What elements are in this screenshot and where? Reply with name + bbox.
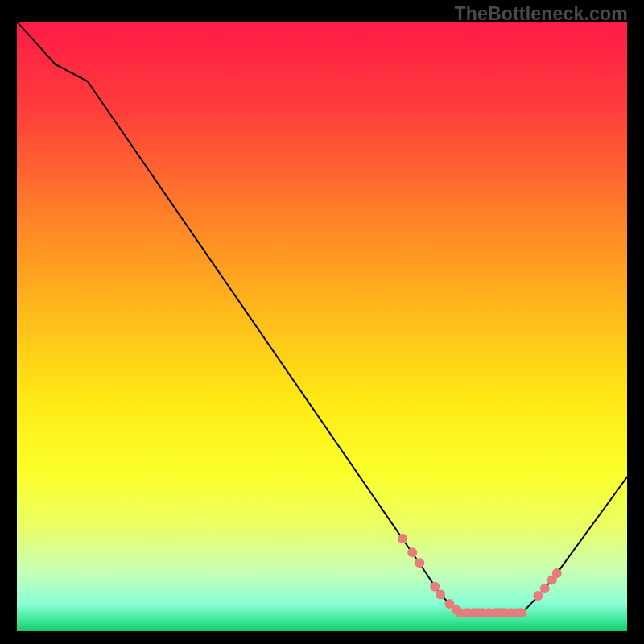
highlight-point [540,584,550,593]
gradient-background [17,22,627,631]
bottleneck-chart [17,22,627,631]
highlight-point [517,608,526,617]
highlight-point [533,591,543,601]
watermark-text: TheBottleneck.com [454,3,628,25]
highlight-point [552,568,562,578]
highlight-point [415,558,424,568]
chart-stage: TheBottleneck.com [0,0,644,644]
highlight-point [407,547,417,557]
highlight-point [436,590,445,600]
highlight-point [398,534,407,543]
highlight-point [430,582,440,592]
